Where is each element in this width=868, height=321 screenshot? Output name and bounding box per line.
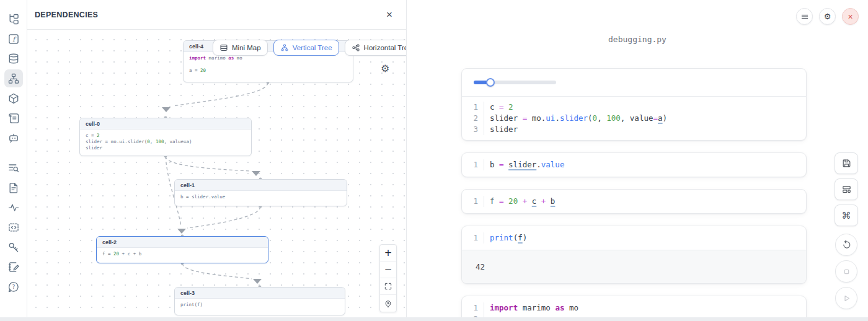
cell-print: 1print(f) 42 [461, 226, 807, 284]
notebook-cells: 1c = 22slider = mo.ui.slider(0, 100, val… [461, 68, 807, 321]
code-frame-icon [7, 221, 20, 234]
graph-node-code: f = 20 + c + b [97, 248, 268, 260]
graph-node-title: cell-3 [175, 288, 345, 299]
rows-icon [219, 43, 228, 52]
gear-icon: ⚙ [824, 12, 831, 21]
svg-text:?: ? [12, 283, 15, 290]
dependency-graph-canvas[interactable]: cell-4 import marimo as mo a = 20 cell-0… [27, 30, 406, 321]
sidebar-item-file-explorer[interactable] [4, 10, 23, 28]
layout-panels-icon [841, 184, 852, 195]
graph-node-cell-3[interactable]: cell-3 print(f) [174, 287, 345, 315]
code-editor[interactable]: 1b = slider.value [462, 153, 806, 177]
sidebar-item-tracing[interactable] [4, 198, 23, 216]
undo-button[interactable] [835, 234, 857, 256]
notebook-settings-button[interactable]: ⚙ [819, 8, 836, 25]
fit-view-icon [384, 282, 392, 291]
sidebar-item-ai-chat[interactable] [4, 129, 23, 147]
helper-panel-rail: f ? [0, 0, 27, 321]
horizontal-tree-button[interactable]: Horizontal Tree [345, 40, 406, 56]
dependency-graph-icon [7, 73, 20, 85]
graph-node-code: import marimo as mo a = 20 [184, 52, 353, 77]
notebook-filename: debugging.py [407, 35, 868, 44]
graph-settings-button[interactable]: ⚙ [381, 63, 389, 74]
map-pin-icon [384, 299, 392, 308]
code-editor[interactable]: 1print(f) [462, 226, 806, 250]
close-panel-button[interactable]: × [386, 9, 392, 20]
list-search-icon [7, 162, 20, 174]
dependencies-panel: DEPENDENCIES × [27, 0, 407, 321]
close-icon: × [386, 9, 392, 20]
notebook-menu-button[interactable] [796, 8, 813, 25]
key-icon [7, 241, 20, 253]
sidebar-item-dependencies[interactable] [4, 69, 23, 87]
scroll-icon [7, 112, 20, 125]
graph-view-toggle: Mini Map Vertical Tree Horizontal Tree [213, 40, 406, 56]
sidebar-item-secrets[interactable] [4, 238, 23, 256]
sidebar-item-documentation[interactable] [4, 109, 23, 127]
zoom-in-button[interactable]: + [380, 245, 396, 262]
horizontal-scrollbar[interactable] [0, 317, 868, 321]
help-bubble-icon: ? [7, 281, 20, 293]
menu-icon [800, 12, 809, 21]
zoom-controls: + − [379, 244, 397, 312]
fit-view-button[interactable] [380, 278, 396, 295]
undo-icon [841, 240, 852, 250]
gear-icon: ⚙ [381, 63, 389, 74]
file-tree-icon [7, 13, 20, 25]
zoom-out-button[interactable]: − [380, 262, 396, 278]
sidebar-item-variables[interactable]: f [4, 30, 23, 48]
mini-map-label: Mini Map [232, 44, 261, 51]
slider-widget[interactable] [474, 78, 556, 87]
notebook-pane: ⚙ × debugging.py 1c = 22slider = mo.ui.s… [407, 0, 868, 321]
layout-button[interactable] [835, 178, 858, 200]
sidebar-item-datasources[interactable] [4, 50, 23, 68]
shutdown-button[interactable]: × [842, 8, 859, 25]
notebook-controls: ⚙ × [796, 8, 859, 25]
graph-node-cell-1[interactable]: cell-1 b = slider.value [174, 179, 347, 206]
graph-node-cell-2[interactable]: cell-2 f = 20 + c + b [96, 236, 268, 263]
svg-text:f: f [12, 35, 17, 42]
sidebar-item-outline[interactable] [4, 218, 23, 236]
cell-output-area [462, 69, 806, 97]
graph-node-code: print(f) [175, 299, 345, 311]
save-button[interactable] [835, 152, 858, 174]
mini-map-button[interactable]: Mini Map [213, 40, 268, 56]
locate-button[interactable] [380, 295, 396, 312]
command-icon: ⌘ [842, 210, 851, 221]
cube-icon [7, 92, 20, 105]
notebook-pen-icon [7, 261, 20, 273]
activity-icon [7, 201, 20, 214]
notebook-action-bar: ⌘ [835, 152, 858, 309]
graph-node-title: cell-0 [80, 118, 251, 130]
slider-thumb[interactable] [486, 78, 495, 87]
sidebar-item-logs[interactable] [4, 159, 23, 177]
close-icon: × [848, 12, 852, 22]
stop-icon [841, 266, 852, 277]
sidebar-item-help[interactable]: ? [4, 278, 23, 296]
bot-chat-icon [7, 132, 20, 144]
vertical-tree-button[interactable]: Vertical Tree [273, 40, 339, 56]
marimo-app: f ? DEPENDENCIES × [0, 0, 868, 321]
code-editor[interactable]: 1c = 22slider = mo.ui.slider(0, 100, val… [462, 97, 806, 140]
graph-node-cell-0[interactable]: cell-0 c = 2slider = mo.ui.slider(0, 100… [79, 118, 252, 156]
sidebar-item-scratchpad[interactable] [4, 258, 23, 276]
cell-output-text: 42 [462, 250, 806, 283]
play-icon [841, 293, 852, 304]
file-text-icon [7, 182, 20, 194]
cell-f: 1f = 20 + c + b [461, 189, 807, 214]
sidebar-item-packages[interactable] [4, 89, 23, 107]
dependencies-title: DEPENDENCIES [35, 11, 98, 19]
cell-slider: 1c = 22slider = mo.ui.slider(0, 100, val… [461, 68, 807, 141]
run-button[interactable] [835, 287, 857, 309]
database-icon [7, 53, 20, 65]
cell-b: 1b = slider.value [461, 152, 807, 177]
function-square-icon: f [7, 33, 20, 45]
stop-button[interactable] [835, 260, 857, 283]
command-palette-button[interactable]: ⌘ [835, 204, 858, 226]
save-icon [841, 158, 852, 169]
vertical-tree-icon [280, 43, 289, 52]
plus-icon: + [384, 247, 392, 258]
graph-node-title: cell-1 [175, 180, 347, 191]
code-editor[interactable]: 1f = 20 + c + b [462, 190, 806, 213]
sidebar-item-snippets[interactable] [4, 178, 23, 196]
